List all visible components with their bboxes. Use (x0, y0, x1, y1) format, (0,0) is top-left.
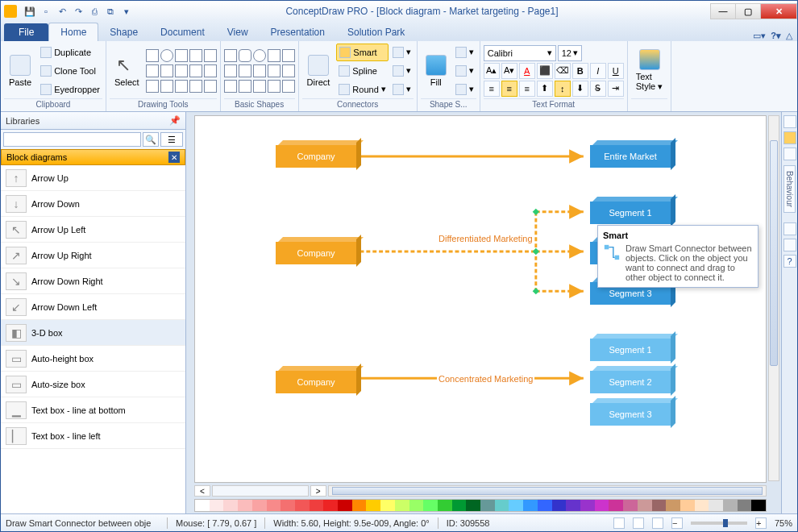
tool-1-icon[interactable] (146, 64, 159, 77)
segment-box[interactable]: Segment 3 (590, 403, 671, 426)
color-swatch[interactable] (652, 500, 667, 511)
color-swatch[interactable] (409, 500, 424, 511)
smart-connector-button[interactable]: Smart (336, 44, 388, 61)
pan-icon[interactable] (613, 517, 625, 529)
valign-mid-button[interactable]: ↕ (555, 81, 571, 97)
valign-bot-button[interactable]: ⬇ (572, 81, 588, 97)
tool-2-icon[interactable] (160, 64, 173, 77)
color-swatch[interactable] (509, 500, 523, 511)
color-swatch[interactable] (423, 500, 438, 511)
shape-b3-icon[interactable] (253, 80, 266, 93)
canvas[interactable]: Company Entire Market Company Differenti… (194, 115, 767, 483)
font-family-select[interactable]: Calibri▾ (484, 45, 556, 61)
library-item[interactable]: ↖Arrow Up Left (1, 217, 185, 243)
tool-5-icon[interactable] (204, 64, 217, 77)
color-swatch[interactable] (395, 500, 409, 511)
font-color-button[interactable]: A (519, 63, 535, 79)
shape-hex-icon[interactable] (224, 64, 237, 77)
shape-trap-icon[interactable] (253, 64, 266, 77)
font-size-select[interactable]: 12▾ (558, 45, 582, 61)
round-connector-button[interactable]: Round ▾ (336, 81, 388, 98)
vertical-scrollbar[interactable] (768, 115, 779, 481)
color-swatch[interactable] (310, 500, 324, 511)
tool-ellipse-icon[interactable] (160, 49, 173, 62)
direct-connector-button[interactable]: Direct (302, 53, 335, 89)
color-swatch[interactable] (281, 500, 295, 511)
shape-ellipse-icon[interactable] (253, 49, 266, 62)
zoom-out-icon[interactable]: − (671, 517, 683, 529)
dock-icon-6[interactable]: ? (783, 255, 796, 268)
color-swatch[interactable] (338, 500, 352, 511)
conn-opt3-button[interactable]: ▾ (390, 81, 414, 98)
duplicate-button[interactable]: Duplicate (38, 44, 102, 61)
page-tab-blank[interactable] (212, 485, 309, 497)
company-box-3[interactable]: Company (276, 371, 356, 393)
color-swatch[interactable] (523, 500, 538, 511)
italic-button[interactable]: I (590, 63, 606, 79)
shape-star-icon[interactable] (282, 64, 295, 77)
color-swatch[interactable] (609, 500, 623, 511)
color-swatch[interactable] (751, 500, 766, 511)
shape-b5-icon[interactable] (282, 80, 295, 93)
color-swatch[interactable] (680, 500, 695, 511)
tab-home[interactable]: Home (48, 23, 98, 41)
tool-curve-icon[interactable] (189, 49, 202, 62)
library-category[interactable]: Block diagrams✕ (1, 149, 185, 165)
dock-icon-4[interactable] (783, 222, 796, 235)
segment-box[interactable]: Segment 1 (590, 339, 671, 361)
clone-tool-button[interactable]: Clone Tool (38, 62, 102, 80)
library-item[interactable]: ▭Auto-size box (1, 372, 185, 397)
dock-icon-2[interactable] (783, 131, 796, 144)
behaviour-panel-tab[interactable]: Behaviour (783, 165, 796, 213)
select-button[interactable]: ↖Select (110, 53, 144, 89)
color-swatch[interactable] (210, 500, 224, 511)
color-swatch[interactable] (638, 500, 652, 511)
tab-document[interactable]: Document (149, 23, 216, 41)
color-swatch[interactable] (295, 500, 310, 511)
valign-top-button[interactable]: ⬆ (537, 81, 553, 97)
text-style-button[interactable]: TextStyle ▾ (631, 48, 668, 94)
entire-market-box[interactable]: Entire Market (590, 145, 671, 168)
qat-print-icon[interactable]: ⎙ (88, 5, 101, 18)
tool-4-icon[interactable] (189, 64, 202, 77)
color-swatch[interactable] (366, 500, 380, 511)
dock-icon-1[interactable] (783, 115, 796, 128)
library-options-icon[interactable]: ☰ (160, 132, 183, 147)
color-swatch[interactable] (267, 500, 281, 511)
color-swatch[interactable] (695, 500, 709, 511)
color-swatch[interactable] (723, 500, 738, 511)
tab-shape[interactable]: Shape (98, 23, 149, 41)
fill-button[interactable]: Fill (421, 53, 451, 89)
shape-rrect-icon[interactable] (239, 49, 251, 62)
color-swatch[interactable] (195, 500, 210, 511)
shadow-button[interactable]: ▾ (453, 62, 476, 80)
qat-new-icon[interactable]: ▫ (39, 5, 52, 18)
qat-menu-icon[interactable]: ▾ (120, 5, 133, 18)
color-swatch[interactable] (323, 500, 338, 511)
spline-connector-button[interactable]: Spline (336, 62, 388, 80)
tab-solution-park[interactable]: Solution Park (336, 23, 416, 41)
close-button[interactable]: ✕ (760, 3, 797, 19)
align-right-button[interactable]: ≡ (519, 81, 535, 97)
color-swatch[interactable] (480, 500, 495, 511)
library-item[interactable]: ↗Arrow Up Right (1, 243, 185, 268)
color-swatch[interactable] (238, 500, 252, 511)
color-swatch[interactable] (552, 500, 567, 511)
library-item[interactable]: ▏Text box - line left (1, 423, 185, 449)
maximize-button[interactable]: ▢ (735, 3, 761, 19)
library-item[interactable]: ◧3-D box (1, 320, 185, 346)
company-box-2[interactable]: Company (276, 242, 356, 264)
segment-box[interactable]: Segment 1 (590, 202, 671, 224)
dock-icon-3[interactable] (783, 148, 796, 160)
color-swatch[interactable] (580, 500, 595, 511)
collapse-ribbon-icon[interactable]: △ (786, 31, 792, 41)
shape-tri-icon[interactable] (268, 49, 281, 62)
effects-button[interactable]: ▾ (453, 81, 476, 98)
tool-6-icon[interactable] (146, 80, 159, 93)
bold-button[interactable]: B (572, 63, 588, 79)
library-item[interactable]: ↓Arrow Down (1, 191, 185, 217)
conn-opt2-button[interactable]: ▾ (390, 62, 414, 80)
pin-icon[interactable]: 📌 (169, 115, 181, 126)
color-swatch[interactable] (495, 500, 509, 511)
color-swatch[interactable] (738, 500, 752, 511)
